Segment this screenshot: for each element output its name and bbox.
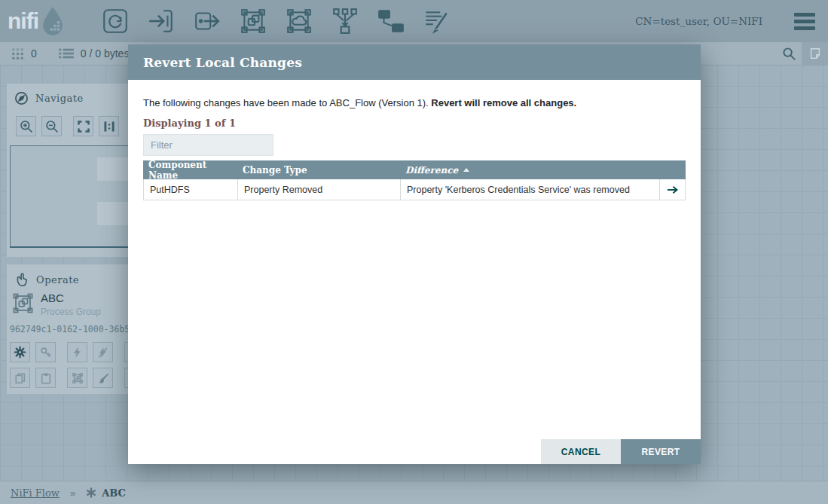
- remote-process-group-icon[interactable]: [285, 7, 313, 35]
- nifi-logo-text: nifi: [8, 10, 38, 32]
- active-threads-stat: 0: [11, 47, 37, 61]
- copy-icon: [14, 372, 26, 384]
- header-right: CN=test_user, OU=NIFI: [635, 13, 815, 30]
- column-header-actions: [659, 160, 686, 179]
- go-to-arrow-icon[interactable]: [667, 185, 678, 194]
- column-header-change-type[interactable]: Change Type: [237, 160, 400, 179]
- output-port-icon[interactable]: [193, 7, 222, 35]
- revert-button[interactable]: REVERT: [621, 439, 701, 464]
- component-type: Process Group: [41, 307, 101, 317]
- input-port-icon[interactable]: [147, 7, 176, 35]
- queued-stat: 0 / 0 bytes: [58, 47, 130, 60]
- navigate-panel-title: Navigate: [35, 93, 84, 104]
- nifi-logo: nifi: [8, 5, 86, 37]
- process-group-icon: [11, 292, 35, 315]
- dialog-message: The following changes have been made to …: [143, 97, 576, 108]
- queued-list-icon: [58, 47, 75, 60]
- active-threads-count: 0: [31, 47, 37, 60]
- cell-change-type: Property Removed: [237, 179, 400, 200]
- current-user-label: CN=test_user, OU=NIFI: [635, 15, 762, 27]
- component-name: ABC: [41, 292, 101, 304]
- gear-icon: [14, 346, 26, 359]
- lightning-bolt-icon: [72, 347, 83, 359]
- column-header-component-name[interactable]: Component Name: [143, 160, 237, 179]
- disable-button[interactable]: [93, 342, 113, 362]
- paint-brush-icon: [97, 372, 109, 384]
- label-icon[interactable]: [423, 7, 451, 35]
- enable-button[interactable]: [67, 342, 87, 362]
- hand-icon: [14, 272, 29, 287]
- breadcrumb-root-link[interactable]: NiFi Flow: [11, 487, 60, 499]
- operate-panel-title: Operate: [36, 274, 79, 286]
- access-policies-button[interactable]: [35, 342, 56, 362]
- global-menu-icon[interactable]: [794, 13, 815, 30]
- group-button[interactable]: [67, 368, 87, 388]
- nifi-droplet-icon: [38, 5, 67, 37]
- statusbar-right: [776, 42, 828, 65]
- bulletin-note-icon[interactable]: [802, 42, 828, 65]
- breadcrumb-separator: »: [70, 487, 75, 499]
- search-icon[interactable]: [776, 42, 802, 65]
- queued-count: 0 / 0 bytes: [81, 47, 130, 60]
- cell-action: [659, 179, 686, 200]
- dialog-message-warning: Revert will remove all changes.: [431, 97, 576, 108]
- locally-modified-asterisk-icon: [86, 487, 96, 498]
- process-group-icon[interactable]: [239, 7, 267, 35]
- filter-input[interactable]: [143, 134, 273, 156]
- cancel-button[interactable]: CANCEL: [541, 439, 621, 464]
- zoom-out-button[interactable]: [41, 116, 62, 136]
- paste-icon: [40, 372, 52, 384]
- displaying-count: Displaying 1 of 1: [143, 118, 236, 129]
- compass-icon: [14, 91, 29, 105]
- zoom-fit-icon[interactable]: [73, 116, 93, 136]
- app-header: nifi: [0, 0, 828, 42]
- table-row[interactable]: PutHDFS Property Removed Property 'Kerbe…: [143, 179, 686, 200]
- cell-component-name: PutHDFS: [143, 179, 237, 200]
- funnel-icon[interactable]: [331, 7, 359, 35]
- zoom-actual-size-icon[interactable]: [99, 116, 119, 136]
- lightning-bolt-slash-icon: [97, 347, 108, 359]
- revert-local-changes-dialog: Revert Local Changes The following chang…: [128, 44, 701, 464]
- processor-icon[interactable]: [101, 7, 130, 35]
- template-icon[interactable]: [377, 7, 405, 35]
- configuration-button[interactable]: [10, 342, 30, 362]
- column-header-difference[interactable]: Difference: [400, 160, 659, 179]
- group-icon: [72, 372, 84, 384]
- sort-ascending-icon: [463, 168, 469, 172]
- selected-component-card: ABC Process Group: [11, 292, 101, 317]
- breadcrumb-current: ABC: [86, 487, 126, 499]
- table-header-row: Component Name Change Type Difference: [143, 160, 686, 179]
- key-icon: [40, 347, 52, 359]
- component-toolbar: [101, 7, 451, 35]
- copy-button[interactable]: [10, 368, 30, 388]
- paste-button[interactable]: [35, 368, 56, 388]
- change-color-button[interactable]: [93, 368, 113, 388]
- cell-difference: Property 'Kerberos Credentials Service' …: [400, 179, 659, 200]
- active-threads-grid-icon: [11, 47, 25, 61]
- dialog-header: Revert Local Changes: [128, 44, 701, 80]
- dialog-message-text: The following changes have been made to …: [143, 97, 431, 108]
- breadcrumb-current-label: ABC: [102, 487, 126, 499]
- differences-table: Component Name Change Type Difference Pu…: [143, 160, 686, 200]
- zoom-in-button[interactable]: [16, 116, 36, 136]
- breadcrumb: NiFi Flow » ABC: [0, 481, 828, 504]
- dialog-title: Revert Local Changes: [143, 55, 302, 70]
